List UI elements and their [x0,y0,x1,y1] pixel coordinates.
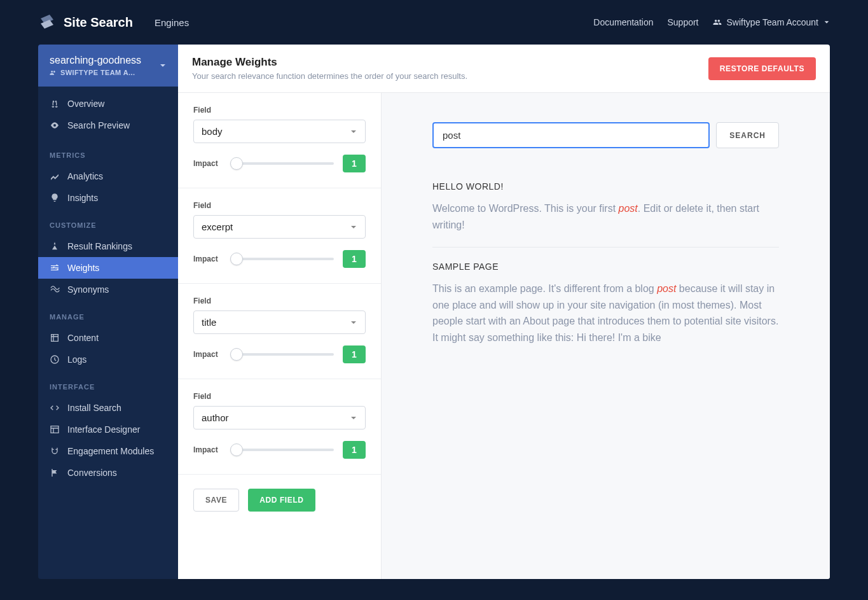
eye-icon [50,120,60,130]
magnet-icon [50,446,60,456]
engine-name: searching-goodness [50,55,159,66]
result-snippet: Welcome to WordPress. This is your first… [432,200,779,233]
sidebar-item-conversions[interactable]: Conversions [38,462,178,484]
field-select[interactable]: author [193,406,366,429]
binoculars-icon [50,99,60,109]
flag-icon [50,468,60,478]
impact-value: 1 [343,250,366,268]
product-name: Site Search [64,15,133,30]
layout-icon [50,424,60,435]
impact-value: 1 [343,441,366,459]
impact-label: Impact [193,445,223,454]
sidebar-item-content[interactable]: Content [38,327,178,349]
link-support[interactable]: Support [667,17,698,27]
chart-icon [50,171,60,181]
impact-slider[interactable] [231,162,334,165]
topbar: Site Search Engines Documentation Suppor… [0,0,868,45]
field-block: Field author Impact 1 [178,379,381,475]
impact-slider[interactable] [231,449,334,451]
synonyms-icon [50,284,60,295]
impact-label: Impact [193,159,223,168]
chevron-down-icon [159,62,167,69]
field-block: Field body Impact 1 [178,93,381,188]
chevron-down-icon [350,223,357,231]
save-button[interactable]: SAVE [193,489,239,512]
account-name: Swiftype Team Account [727,17,818,27]
sidebar-header-interface: INTERFACE [38,370,178,397]
field-label: Field [193,201,366,210]
users-icon [713,18,722,27]
field-block: Field title Impact 1 [178,284,381,379]
sidebar-item-search-preview[interactable]: Search Preview [38,115,178,136]
result-title: HELLO WORLD! [432,181,779,192]
sidebar-header-customize: CUSTOMIZE [38,209,178,235]
result-title: SAMPLE PAGE [432,262,779,272]
page-header: Manage Weights Your search relevance fun… [178,45,830,93]
sidebar-item-weights[interactable]: Weights [38,257,178,279]
chevron-down-icon [350,414,357,422]
code-icon [50,403,60,413]
sidebar-item-analytics[interactable]: Analytics [38,165,178,187]
chevron-down-icon [350,128,357,136]
sidebar-item-rankings[interactable]: Result Rankings [38,235,178,257]
field-select[interactable]: excerpt [193,215,366,239]
logo-icon [38,13,56,31]
search-button[interactable]: SEARCH [716,122,779,148]
restore-defaults-button[interactable]: RESTORE DEFAULTS [708,57,816,80]
field-label: Field [193,106,366,115]
account-menu[interactable]: Swiftype Team Account [713,17,830,27]
rankings-icon [50,241,60,251]
field-label: Field [193,392,366,401]
sidebar-item-insights[interactable]: Insights [38,187,178,209]
page-subtitle: Your search relevance function determine… [192,71,467,81]
sidebar-header-manage: MANAGE [38,300,178,327]
field-block: Field excerpt Impact 1 [178,188,381,284]
impact-value: 1 [343,155,366,172]
impact-label: Impact [193,255,223,263]
main-content: Manage Weights Your search relevance fun… [178,45,830,579]
preview-panel: SEARCH HELLO WORLD! Welcome to WordPress… [382,93,830,579]
team-icon [50,69,57,76]
engine-team: SWIFTYPE TEAM A... [60,69,135,76]
impact-label: Impact [193,350,223,359]
field-select[interactable]: body [193,120,366,143]
logo[interactable]: Site Search [38,13,133,31]
sidebar-item-designer[interactable]: Interface Designer [38,419,178,440]
sidebar: searching-goodness SWIFTYPE TEAM A... Ov… [38,45,178,579]
clock-icon [50,354,60,365]
sidebar-item-install[interactable]: Install Search [38,397,178,419]
slider-handle[interactable] [230,348,243,361]
impact-slider[interactable] [231,258,334,260]
bulb-icon [50,193,60,203]
slider-handle[interactable] [230,253,243,265]
sliders-icon [50,263,60,273]
app-shell: searching-goodness SWIFTYPE TEAM A... Ov… [38,45,830,579]
field-label: Field [193,297,366,305]
sidebar-item-engagement[interactable]: Engagement Modules [38,440,178,462]
engine-picker[interactable]: searching-goodness SWIFTYPE TEAM A... [38,45,178,87]
weights-panel: Field body Impact 1 Field excerpt [178,93,382,579]
sidebar-item-logs[interactable]: Logs [38,349,178,370]
search-input[interactable] [432,122,710,148]
chevron-down-icon [823,19,830,25]
sidebar-item-synonyms[interactable]: Synonyms [38,279,178,300]
impact-slider[interactable] [231,353,334,356]
search-result: SAMPLE PAGE This is an example page. It'… [432,248,779,359]
search-result: HELLO WORLD! Welcome to WordPress. This … [432,167,779,248]
sidebar-header-metrics: METRICS [38,139,178,165]
sidebar-item-overview[interactable]: Overview [38,93,178,115]
link-documentation[interactable]: Documentation [593,17,653,27]
slider-handle[interactable] [230,443,243,456]
impact-value: 1 [343,345,366,363]
slider-handle[interactable] [230,157,243,170]
field-select[interactable]: title [193,310,366,334]
add-field-button[interactable]: ADD FIELD [248,489,315,512]
chevron-down-icon [350,319,357,326]
content-icon [50,333,60,343]
page-title: Manage Weights [192,56,467,69]
nav-engines[interactable]: Engines [155,17,189,28]
result-snippet: This is an example page. It's different … [432,281,779,345]
